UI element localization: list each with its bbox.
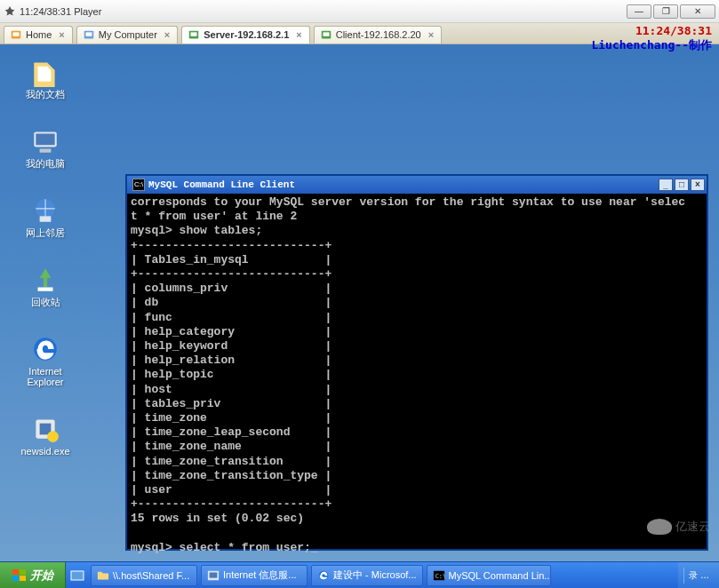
quicklaunch-show-desktop[interactable] [68, 566, 87, 585]
task-label: MySQL Command Lin... [449, 570, 551, 581]
svg-point-16 [47, 431, 59, 442]
mysql-command-window[interactable]: C:\ MySQL Command Line Client _ □ × corr… [125, 174, 708, 551]
svg-rect-18 [20, 569, 26, 575]
taskbar-task-cmd[interactable]: C:\MySQL Command Lin... [427, 565, 551, 586]
desktop-icon-newsid[interactable]: newsid.exe [14, 414, 76, 457]
maximize-button[interactable]: ❐ [653, 4, 678, 19]
desktop-icon-ie[interactable]: Internet Explorer [14, 334, 76, 387]
player-window-controls: — ❐ ✕ [627, 4, 715, 19]
tab-home[interactable]: Home× [4, 26, 73, 44]
taskbar-task-ie[interactable]: 建设中 - Microsof... [311, 565, 423, 586]
tab-label: My Computer [99, 29, 157, 40]
mysql-terminal-output[interactable]: corresponds to your MySQL server version… [127, 194, 707, 557]
tab-label: Server-192.168.2.1 [204, 29, 289, 40]
desktop-icon-label: 网上邻居 [14, 227, 76, 238]
tray-expand[interactable]: 录 … [683, 568, 714, 584]
desktop-icon-label: newsid.exe [14, 446, 76, 457]
taskbar-task-folder[interactable]: \\.host\Shared F... [91, 565, 197, 586]
network-icon [30, 195, 60, 226]
recycle-icon [30, 265, 60, 295]
tab-close-icon[interactable]: × [294, 29, 303, 40]
svg-rect-19 [12, 576, 19, 581]
windows-flag-icon [12, 569, 27, 582]
cmd-close-button[interactable]: × [691, 179, 705, 191]
ie-icon [30, 334, 60, 364]
tab-label: Home [26, 29, 52, 40]
desktop-icon-network[interactable]: 网上邻居 [14, 195, 76, 238]
minimize-button[interactable]: — [627, 4, 651, 19]
task-label: Internet 信息服... [223, 568, 297, 582]
desktop-icon-label: 回收站 [14, 297, 76, 307]
svg-rect-5 [191, 32, 197, 36]
tab-close-icon[interactable]: × [57, 29, 66, 40]
documents-icon [30, 57, 60, 87]
tab-computer[interactable]: My Computer× [76, 26, 178, 44]
player-titlebar: 11:24/38:31 Player — ❐ ✕ [0, 0, 719, 23]
tab-client[interactable]: Client-192.168.2.20× [314, 26, 442, 44]
mysql-titlebar[interactable]: C:\ MySQL Command Line Client _ □ × [127, 176, 707, 194]
tab-server[interactable]: Server-192.168.2.1× [181, 26, 309, 44]
svg-rect-9 [36, 134, 54, 146]
computer-icon [30, 126, 60, 156]
svg-rect-12 [40, 216, 52, 221]
desktop-icon-label: Internet Explorer [14, 366, 76, 387]
svg-rect-3 [85, 32, 92, 36]
mysql-title: MySQL Command Line Client [148, 179, 657, 190]
svg-rect-20 [20, 576, 26, 581]
taskbar-task-iis[interactable]: Internet 信息服... [201, 565, 308, 586]
desktop-icon-recycle[interactable]: 回收站 [14, 265, 76, 307]
system-tray[interactable]: 录 … [678, 562, 719, 589]
tab-label: Client-192.168.2.20 [336, 29, 421, 40]
cmd-minimize-button[interactable]: _ [659, 179, 673, 191]
tab-close-icon[interactable]: × [163, 29, 172, 40]
newsid-icon [30, 414, 60, 444]
svg-rect-1 [13, 32, 20, 36]
tab-close-icon[interactable]: × [427, 29, 435, 40]
svg-rect-10 [40, 149, 52, 153]
overlay-time: 11:24/38:31 [635, 24, 712, 37]
watermark: 亿速云 [647, 519, 710, 535]
pin-icon [4, 5, 16, 18]
desktop-icon-computer[interactable]: 我的电脑 [14, 126, 76, 169]
cmd-icon: C:\ [132, 179, 145, 191]
desktop-icon-label: 我的电脑 [14, 158, 76, 169]
cmd-maximize-button[interactable]: □ [675, 179, 689, 191]
player-title: 11:24/38:31 Player [20, 6, 627, 17]
start-label: 开始 [30, 568, 53, 584]
start-button[interactable]: 开始 [0, 562, 66, 589]
svg-rect-23 [210, 572, 218, 577]
desktop-icon-documents[interactable]: 我的文档 [14, 57, 76, 99]
windows-taskbar: 开始 \\.host\Shared F...Internet 信息服...建设中… [0, 561, 719, 588]
svg-text:C:\: C:\ [435, 572, 444, 579]
svg-rect-7 [323, 32, 329, 36]
svg-rect-21 [71, 571, 84, 580]
cloud-icon [647, 519, 672, 535]
task-label: 建设中 - Microsof... [333, 568, 417, 582]
desktop-icon-label: 我的文档 [14, 89, 76, 99]
svg-rect-17 [12, 569, 19, 575]
close-button[interactable]: ✕ [680, 4, 715, 19]
task-label: \\.host\Shared F... [113, 570, 189, 581]
overlay-credit: Liuchenchang--制作 [591, 37, 712, 53]
